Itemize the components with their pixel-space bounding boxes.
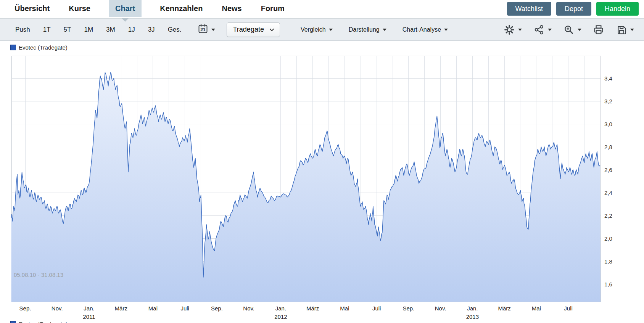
svg-text:2013: 2013 — [466, 313, 479, 320]
svg-text:3,4: 3,4 — [604, 75, 612, 82]
period-1m[interactable]: 1M — [84, 26, 93, 34]
calendar-21-icon: 21 — [198, 23, 208, 36]
svg-text:März: März — [115, 305, 127, 312]
menu-label: Darstellung — [349, 26, 380, 33]
price-chart[interactable]: 05.08.10 - 31.08.133,43,23,02,82,62,42,2… — [0, 53, 644, 323]
svg-text:2,6: 2,6 — [604, 167, 612, 173]
exchange-select[interactable]: Tradegate — [227, 22, 280, 37]
tab-forum[interactable]: Forum — [260, 0, 285, 17]
svg-text:3,2: 3,2 — [604, 98, 612, 104]
svg-text:Mai: Mai — [148, 305, 158, 312]
save-icon — [616, 24, 627, 35]
tab-label: Übersicht — [14, 4, 50, 13]
period-3m[interactable]: 3M — [106, 26, 115, 34]
print-button[interactable] — [593, 24, 604, 35]
clipped-legend: Evotec (Tradegate) — [10, 321, 68, 323]
caret-down-icon — [444, 29, 448, 31]
svg-text:März: März — [306, 305, 319, 312]
save-button[interactable] — [616, 24, 634, 35]
svg-text:2,2: 2,2 — [604, 212, 612, 219]
handeln-button[interactable]: Handeln — [596, 2, 639, 16]
period-1j[interactable]: 1J — [128, 26, 135, 34]
chart-page: { "nav": { "tabs": [ {"label": "Übersich… — [0, 0, 644, 323]
svg-text:Nov.: Nov. — [435, 305, 446, 312]
tab-kurse[interactable]: Kurse — [68, 0, 91, 17]
zoom-in-icon — [563, 24, 575, 35]
y-axis-labels: 3,43,23,02,82,62,42,22,01,81,6 — [604, 75, 612, 288]
svg-text:Juli: Juli — [180, 305, 189, 312]
svg-text:3,0: 3,0 — [604, 121, 612, 127]
caret-down-icon — [383, 29, 386, 31]
period-selector: Push 1T 5T 1M 3M 1J 3J Ges. — [15, 26, 182, 34]
zoom-button[interactable] — [563, 24, 581, 35]
exchange-value: Tradegate — [233, 26, 264, 34]
svg-text:Juli: Juli — [372, 305, 381, 312]
svg-text:Jan.: Jan. — [467, 305, 478, 312]
svg-text:März: März — [498, 305, 510, 312]
date-range-watermark: 05.08.10 - 31.08.13 — [14, 272, 63, 278]
period-ges[interactable]: Ges. — [168, 26, 182, 34]
svg-text:Sep.: Sep. — [211, 305, 223, 312]
caret-down-icon — [211, 29, 215, 31]
caret-down-icon — [518, 29, 522, 31]
svg-text:Jan.: Jan. — [84, 305, 94, 312]
tab-label: Chart — [115, 4, 135, 13]
watchlist-button[interactable]: Watchlist — [507, 2, 551, 16]
svg-text:Sep.: Sep. — [19, 305, 31, 312]
share-icon — [533, 24, 545, 35]
svg-text:1,6: 1,6 — [604, 281, 612, 288]
svg-text:2,4: 2,4 — [604, 190, 612, 196]
price-area — [11, 72, 601, 302]
svg-text:Juli: Juli — [564, 305, 573, 312]
caret-down-icon — [548, 29, 552, 31]
svg-text:Mai: Mai — [532, 305, 541, 312]
period-3j[interactable]: 3J — [148, 26, 155, 34]
series-marker-icon — [10, 321, 16, 323]
period-5t[interactable]: 5T — [64, 26, 71, 34]
series-label: Evotec (Tradegate) — [19, 44, 68, 51]
series-marker-icon — [10, 45, 16, 50]
tab-uebersicht[interactable]: Übersicht — [14, 0, 50, 17]
caret-down-icon — [578, 29, 581, 31]
tab-news[interactable]: News — [221, 0, 242, 17]
chevron-down-icon — [269, 26, 274, 34]
tab-kennzahlen[interactable]: Kennzahlen — [159, 0, 203, 17]
x-axis-labels: Sep.Nov.Jan.2011MärzMaiJuliSep.Nov.Jan.2… — [19, 305, 573, 320]
darstellung-menu[interactable]: Darstellung — [349, 26, 386, 33]
svg-text:Nov.: Nov. — [52, 305, 63, 312]
settings-icon — [504, 24, 515, 35]
share-button[interactable] — [533, 24, 552, 35]
push-toggle[interactable]: Push — [15, 26, 30, 34]
chart-menus: Vergleich Darstellung Chart-Analyse — [301, 26, 448, 33]
svg-text:2,8: 2,8 — [604, 144, 612, 150]
svg-text:1,8: 1,8 — [604, 258, 612, 265]
menu-label: Vergleich — [301, 26, 326, 33]
chart-tools — [504, 24, 634, 35]
tab-chart[interactable]: Chart — [109, 0, 142, 17]
depot-button[interactable]: Depot — [556, 2, 591, 16]
tab-label: Forum — [261, 4, 285, 13]
print-icon — [593, 24, 604, 35]
chart-analyse-menu[interactable]: Chart-Analyse — [402, 26, 448, 33]
caret-down-icon — [630, 29, 634, 31]
svg-text:Jan.: Jan. — [275, 305, 286, 312]
svg-text:Nov.: Nov. — [243, 305, 254, 312]
vergleich-menu[interactable]: Vergleich — [301, 26, 333, 33]
tab-label: News — [222, 4, 242, 13]
svg-text:Sep.: Sep. — [402, 305, 414, 312]
tab-label: Kurse — [69, 4, 90, 13]
menu-label: Chart-Analyse — [402, 26, 441, 33]
svg-text:2012: 2012 — [274, 313, 287, 320]
series-label: Evotec (Tradegate) — [19, 321, 68, 323]
svg-text:21: 21 — [200, 27, 206, 32]
tab-label: Kennzahlen — [160, 4, 203, 13]
date-range-button[interactable]: 21 — [198, 23, 215, 36]
settings-button[interactable] — [504, 24, 522, 35]
svg-text:2011: 2011 — [83, 313, 95, 320]
chart-toolbar: Push 1T 5T 1M 3M 1J 3J Ges. 21 Tradegate — [0, 18, 644, 41]
svg-text:Mai: Mai — [340, 305, 349, 312]
chart-legend: Evotec (Tradegate) — [10, 44, 68, 51]
period-1t[interactable]: 1T — [43, 26, 51, 34]
svg-text:2,0: 2,0 — [604, 235, 612, 242]
caret-down-icon — [329, 29, 333, 31]
